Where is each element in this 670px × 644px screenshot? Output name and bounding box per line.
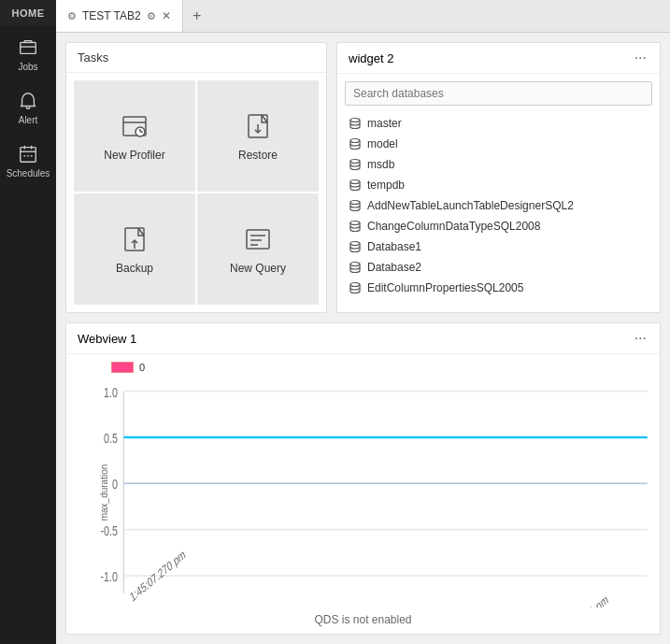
- sidebar-item-jobs[interactable]: Jobs: [0, 26, 56, 79]
- tasks-panel: Tasks New Profiler: [65, 42, 327, 313]
- database-list: master model msdb: [337, 113, 660, 312]
- webview-header-row: Webview 1 ···: [66, 323, 660, 354]
- webview-panel: Webview 1 ··· 0: [65, 322, 661, 635]
- tab-label: TEST TAB2: [82, 9, 141, 22]
- tab-test-tab2[interactable]: ⚙ TEST TAB2 ⚙ ✕: [56, 0, 183, 32]
- jobs-icon: [18, 37, 38, 58]
- db-name: Database1: [367, 240, 421, 253]
- db-name: model: [367, 137, 398, 150]
- task-new-profiler-label: New Profiler: [104, 149, 164, 162]
- sidebar-item-jobs-label: Jobs: [18, 62, 37, 72]
- db-name: msdb: [367, 158, 394, 171]
- backup-icon: [120, 224, 150, 254]
- tab-close-button[interactable]: ✕: [162, 9, 171, 22]
- svg-point-26: [350, 201, 360, 205]
- chart-svg: 1.0 0.5 0 -0.5 -1.0 1:45:07.270 pm 1:45:…: [74, 377, 652, 608]
- sidebar-item-schedules[interactable]: Schedules: [0, 133, 56, 186]
- y-axis-label: max_duration: [99, 464, 109, 521]
- sidebar-item-alert-label: Alert: [19, 115, 38, 125]
- search-databases-input[interactable]: [345, 81, 652, 106]
- chart-area: 0 1.0 0.5 0: [66, 354, 660, 608]
- home-button[interactable]: HOME: [0, 0, 56, 26]
- svg-point-23: [350, 139, 360, 143]
- svg-point-27: [350, 222, 360, 225]
- list-item[interactable]: master: [341, 113, 656, 134]
- db-name: EditColumnPropertiesSQL2005: [367, 281, 523, 294]
- list-item[interactable]: msdb: [341, 154, 656, 175]
- svg-text:1:45:07.271 pm: 1:45:07.271 pm: [550, 592, 609, 608]
- svg-rect-18: [247, 230, 269, 249]
- legend-color-box: [111, 362, 134, 373]
- list-item[interactable]: model: [341, 134, 656, 154]
- widget2-panel: widget 2 ··· master mod: [336, 42, 661, 313]
- list-item[interactable]: Database1: [341, 236, 656, 257]
- tab-settings-icon: ⚙: [147, 10, 156, 22]
- chart-footer: QDS is not enabled: [66, 608, 660, 634]
- chart-legend: 0: [74, 362, 652, 373]
- list-item[interactable]: tempdb: [341, 175, 656, 195]
- svg-point-24: [350, 160, 360, 164]
- add-tab-button[interactable]: +: [183, 0, 211, 32]
- svg-rect-0: [21, 43, 36, 54]
- sidebar-item-alert[interactable]: Alert: [0, 79, 56, 133]
- database-icon: [349, 158, 362, 171]
- database-icon: [349, 240, 362, 253]
- task-new-profiler[interactable]: New Profiler: [74, 80, 195, 192]
- webview-menu-button[interactable]: ···: [633, 331, 649, 346]
- legend-label: 0: [139, 362, 145, 373]
- top-row: Tasks New Profiler: [65, 42, 661, 313]
- db-name: AddNewTableLaunchTableDesignerSQL2: [367, 199, 574, 212]
- svg-point-25: [350, 180, 360, 184]
- tab-icon: ⚙: [67, 10, 77, 22]
- widget2-menu-button[interactable]: ···: [633, 50, 649, 65]
- content-area: Tasks New Profiler: [56, 33, 670, 644]
- schedules-icon: [18, 144, 38, 165]
- task-restore[interactable]: Restore: [197, 80, 319, 192]
- svg-text:-0.5: -0.5: [101, 522, 118, 538]
- profiler-icon: [120, 111, 150, 141]
- task-restore-label: Restore: [238, 149, 278, 162]
- database-icon: [349, 281, 362, 294]
- svg-point-22: [350, 119, 360, 122]
- tabbar: ⚙ TEST TAB2 ⚙ ✕ +: [56, 0, 670, 33]
- list-item[interactable]: AddNewTableLaunchTableDesignerSQL2: [341, 195, 656, 216]
- task-backup[interactable]: Backup: [74, 193, 195, 305]
- widget2-title: widget 2: [349, 51, 393, 65]
- svg-point-28: [350, 242, 360, 246]
- list-item[interactable]: EditColumnPropertiesSQL2005: [341, 278, 656, 298]
- database-icon: [349, 117, 362, 130]
- task-new-query-label: New Query: [230, 262, 286, 275]
- database-icon: [349, 261, 362, 274]
- sidebar: HOME Jobs Alert Schedules: [0, 0, 56, 644]
- sidebar-item-schedules-label: Schedules: [7, 168, 50, 179]
- svg-point-29: [350, 263, 360, 266]
- query-icon: [243, 224, 273, 254]
- svg-text:0: 0: [112, 476, 118, 492]
- db-name: tempdb: [367, 179, 405, 192]
- db-name: ChangeColumnDataTypeSQL2008: [367, 220, 540, 233]
- db-name: master: [367, 117, 402, 130]
- list-item[interactable]: Database2: [341, 257, 656, 278]
- list-item[interactable]: ChangeColumnDataTypeSQL2008: [341, 216, 656, 236]
- chart-container: 1.0 0.5 0 -0.5 -1.0 1:45:07.270 pm 1:45:…: [74, 377, 652, 608]
- svg-text:1.0: 1.0: [104, 384, 118, 400]
- tasks-grid: New Profiler Restore: [66, 73, 326, 312]
- db-name: Database2: [367, 261, 421, 274]
- database-icon: [349, 179, 362, 192]
- alert-icon: [18, 91, 38, 111]
- webview-title: Webview 1: [78, 332, 136, 346]
- svg-text:0.5: 0.5: [104, 430, 118, 446]
- svg-rect-2: [21, 148, 36, 163]
- restore-icon: [243, 111, 273, 141]
- database-icon: [349, 199, 362, 212]
- widget2-header-row: widget 2 ···: [337, 43, 660, 74]
- svg-text:-1.0: -1.0: [101, 568, 118, 584]
- task-new-query[interactable]: New Query: [197, 193, 319, 305]
- database-icon: [349, 137, 362, 150]
- database-icon: [349, 220, 362, 233]
- svg-point-30: [350, 283, 360, 287]
- tasks-panel-header: Tasks: [66, 43, 326, 73]
- main-area: ⚙ TEST TAB2 ⚙ ✕ + Tasks: [56, 0, 670, 644]
- task-backup-label: Backup: [116, 262, 153, 275]
